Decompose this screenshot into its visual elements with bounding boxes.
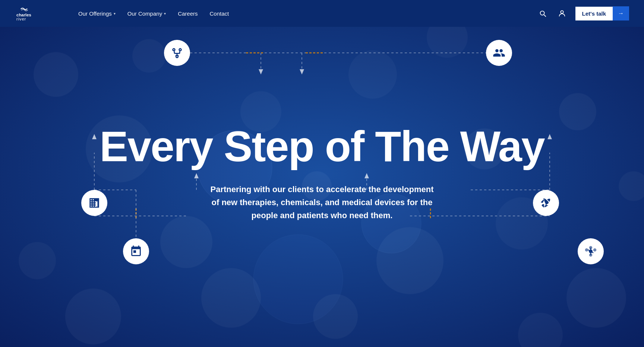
svg-text:river: river: [16, 17, 26, 21]
company-chevron-icon: ▾: [164, 12, 166, 16]
nav-links: Our Offerings ▾ Our Company ▾ Careers Co…: [78, 10, 537, 17]
hero-title: Every Step of The Way: [100, 125, 544, 168]
nav-our-company[interactable]: Our Company ▾: [127, 10, 166, 17]
hero-subtitle: Partnering with our clients to accelerat…: [206, 183, 438, 222]
people-icon: [493, 47, 505, 59]
people-icon-circle: [486, 40, 512, 66]
navbar: charles river Our Offerings ▾ Our Compan…: [0, 0, 644, 27]
lets-talk-button[interactable]: Let's talk →: [575, 6, 629, 20]
user-button[interactable]: [556, 7, 568, 19]
cta-arrow-icon: →: [613, 6, 629, 20]
nav-our-offerings[interactable]: Our Offerings ▾: [78, 10, 116, 17]
nav-contact[interactable]: Contact: [210, 10, 229, 17]
logo[interactable]: charles river: [15, 5, 63, 22]
rocket-icon-circle: [533, 190, 559, 216]
search-button[interactable]: [537, 7, 549, 19]
nav-careers[interactable]: Careers: [178, 10, 198, 17]
hero-content: Every Step of The Way Partnering with ou…: [0, 0, 644, 347]
calendar-icon-circle: [123, 238, 149, 264]
molecule-icon-circle: [578, 238, 604, 264]
svg-line-53: [592, 252, 593, 253]
svg-point-56: [561, 11, 563, 13]
calendar-icon: [130, 245, 142, 258]
building-icon: [88, 197, 101, 209]
charles-river-logo: charles river: [15, 5, 63, 22]
svg-line-52: [588, 250, 590, 251]
cta-label[interactable]: Let's talk: [575, 7, 613, 20]
branch-icon: [171, 47, 183, 59]
offerings-chevron-icon: ▾: [114, 12, 116, 16]
user-icon: [558, 9, 566, 17]
molecule-icon: [584, 245, 597, 258]
search-icon: [539, 9, 547, 17]
building-icon-circle: [81, 190, 107, 216]
branch-icon-circle: [164, 40, 190, 66]
rocket-icon: [540, 197, 552, 209]
nav-right-actions: Let's talk →: [537, 6, 629, 20]
hero-section: Every Step of The Way Partnering with ou…: [0, 0, 644, 347]
